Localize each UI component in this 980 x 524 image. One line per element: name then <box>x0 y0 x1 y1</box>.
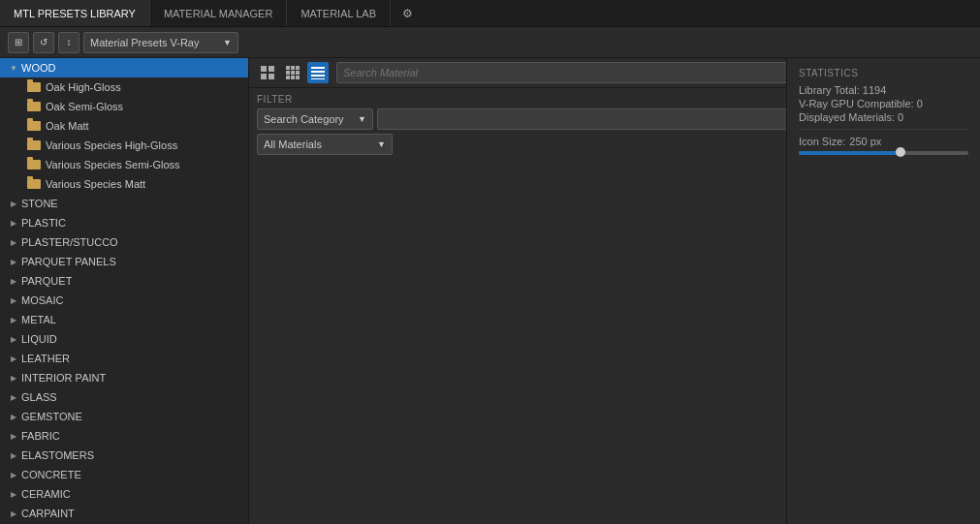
expand-arrow-liquid: ▶ <box>8 333 19 345</box>
grid-small-icon-btn[interactable] <box>282 62 303 83</box>
stats-divider <box>799 129 968 130</box>
folder-icon <box>27 179 41 189</box>
folder-icon <box>27 121 41 131</box>
sidebar-item-plaster[interactable]: ▶ PLASTER/STUCCO <box>0 232 248 252</box>
expand-arrow-plaster: ▶ <box>8 236 19 248</box>
vray-gpu-compatible: V-Ray GPU Compatible: 0 <box>799 98 968 109</box>
svg-rect-15 <box>311 75 325 77</box>
expand-arrow-glass: ▶ <box>8 391 19 403</box>
expand-arrow-wood: ▼ <box>8 62 19 74</box>
sidebar-item-oak-high-gloss[interactable]: Oak High-Gloss <box>0 77 248 97</box>
grid-view-button[interactable]: ⊞ <box>8 32 29 53</box>
sidebar-item-various-semi-gloss[interactable]: Various Species Semi-Gloss <box>0 155 248 174</box>
icon-size-slider-row <box>799 151 968 155</box>
svg-rect-12 <box>296 76 300 79</box>
svg-rect-5 <box>291 66 295 70</box>
sidebar-item-glass[interactable]: ▶ GLASS <box>0 387 248 407</box>
statistics-title: STATISTICS <box>799 68 968 78</box>
expand-arrow-stone: ▶ <box>8 198 19 209</box>
sidebar-item-oak-semi-gloss[interactable]: Oak Semi-Gloss <box>0 97 248 116</box>
folder-icon <box>27 102 41 111</box>
sidebar-item-metal[interactable]: ▶ METAL <box>0 310 248 329</box>
gear-icon: ⚙ <box>402 7 413 20</box>
right-panel: FILTER Search Category ▼ 🔍 All Materials… <box>249 58 980 524</box>
tab-material-lab[interactable]: MATERIAL LAB <box>287 0 391 26</box>
main-toolbar: ⊞ ↺ ↕ Material Presets V-Ray ▼ <box>0 27 980 58</box>
displayed-materials: Displayed Materials: 0 <box>799 111 968 123</box>
category-filter-dropdown[interactable]: Search Category ▼ <box>257 108 373 130</box>
svg-rect-9 <box>296 71 300 75</box>
svg-rect-13 <box>311 67 325 69</box>
expand-arrow-metal: ▶ <box>8 314 19 325</box>
folder-icon <box>27 140 41 150</box>
expand-arrow-leather: ▶ <box>8 353 19 364</box>
svg-rect-2 <box>261 74 267 79</box>
expand-arrow-interior-paint: ▶ <box>8 372 19 384</box>
sidebar-item-liquid[interactable]: ▶ LIQUID <box>0 329 248 349</box>
icon-size-value: 250 px <box>849 136 881 147</box>
expand-arrow-fabric: ▶ <box>8 430 19 442</box>
sidebar-item-interior-paint[interactable]: ▶ INTERIOR PAINT <box>0 368 248 387</box>
svg-rect-10 <box>286 76 290 79</box>
icon-size-slider[interactable] <box>799 151 968 155</box>
icon-size-label: Icon Size: <box>799 136 845 147</box>
svg-rect-14 <box>311 71 325 73</box>
sidebar-item-stone[interactable]: ▶ STONE <box>0 194 248 213</box>
svg-rect-8 <box>291 71 295 75</box>
svg-rect-4 <box>286 66 290 70</box>
gear-button[interactable]: ⚙ <box>395 7 421 20</box>
sidebar-item-various-matt[interactable]: Various Species Matt <box>0 174 248 194</box>
expand-arrow-elastomers: ▶ <box>8 449 19 461</box>
sort-button[interactable]: ↕ <box>58 32 79 53</box>
list-view-icon-btn[interactable] <box>307 62 329 83</box>
library-total: Library Total: 1194 <box>799 84 968 96</box>
statistics-panel: STATISTICS Library Total: 1194 V-Ray GPU… <box>786 58 980 524</box>
expand-arrow-parquet: ▶ <box>8 275 19 287</box>
all-materials-dropdown[interactable]: All Materials ▼ <box>257 134 393 155</box>
sidebar-item-mosaic[interactable]: ▶ MOSAIC <box>0 291 248 310</box>
expand-arrow-gemstone: ▶ <box>8 411 19 422</box>
slider-fill <box>799 151 901 155</box>
svg-rect-6 <box>296 66 300 70</box>
svg-rect-7 <box>286 71 290 75</box>
sidebar-item-parquet[interactable]: ▶ PARQUET <box>0 271 248 291</box>
sidebar-tree: ▼ WOOD Oak High-Gloss Oak Semi-Gloss Oak… <box>0 58 249 524</box>
expand-arrow-concrete: ▶ <box>8 469 19 480</box>
svg-rect-11 <box>291 76 295 79</box>
sidebar-item-parquet-panels[interactable]: ▶ PARQUET PANELS <box>0 252 248 271</box>
sidebar-item-oak-matt[interactable]: Oak Matt <box>0 116 248 136</box>
tab-material-manager[interactable]: MATERIAL MANAGER <box>150 0 287 26</box>
sidebar-item-concrete[interactable]: ▶ CONCRETE <box>0 465 248 484</box>
svg-rect-3 <box>269 74 274 79</box>
slider-thumb[interactable] <box>896 147 905 157</box>
sidebar-item-carpaint[interactable]: ▶ CARPAINT <box>0 504 248 523</box>
top-navigation: MTL PRESETS LIBRARY MATERIAL MANAGER MAT… <box>0 0 980 27</box>
expand-arrow-parquet-panels: ▶ <box>8 256 19 267</box>
expand-arrow-plastic: ▶ <box>8 217 19 229</box>
expand-arrow-carpaint: ▶ <box>8 508 19 519</box>
sidebar-item-fabric[interactable]: ▶ FABRIC <box>0 426 248 446</box>
refresh-button[interactable]: ↺ <box>33 32 54 53</box>
sidebar-item-leather[interactable]: ▶ LEATHER <box>0 349 248 368</box>
sidebar-item-plastic[interactable]: ▶ PLASTIC <box>0 213 248 232</box>
sidebar-item-ceramic[interactable]: ▶ CERAMIC <box>0 484 248 504</box>
svg-rect-16 <box>311 78 325 79</box>
svg-rect-1 <box>269 66 274 72</box>
folder-icon <box>27 82 41 92</box>
svg-rect-0 <box>261 66 267 72</box>
preset-dropdown[interactable]: Material Presets V-Ray ▼ <box>83 32 238 53</box>
sidebar-item-elastomers[interactable]: ▶ ELASTOMERS <box>0 446 248 465</box>
icon-size-row: Icon Size: 250 px <box>799 136 968 147</box>
sidebar-item-gemstone[interactable]: ▶ GEMSTONE <box>0 407 248 426</box>
tab-mtl-presets-library[interactable]: MTL PRESETS LIBRARY <box>0 0 150 26</box>
main-layout: ▼ WOOD Oak High-Gloss Oak Semi-Gloss Oak… <box>0 58 980 524</box>
grid-large-icon-btn[interactable] <box>257 62 278 83</box>
folder-icon <box>27 160 41 170</box>
expand-arrow-mosaic: ▶ <box>8 294 19 306</box>
sidebar-item-various-high-gloss[interactable]: Various Species High-Gloss <box>0 136 248 155</box>
expand-arrow-ceramic: ▶ <box>8 488 19 500</box>
sidebar-item-wood[interactable]: ▼ WOOD <box>0 58 248 77</box>
